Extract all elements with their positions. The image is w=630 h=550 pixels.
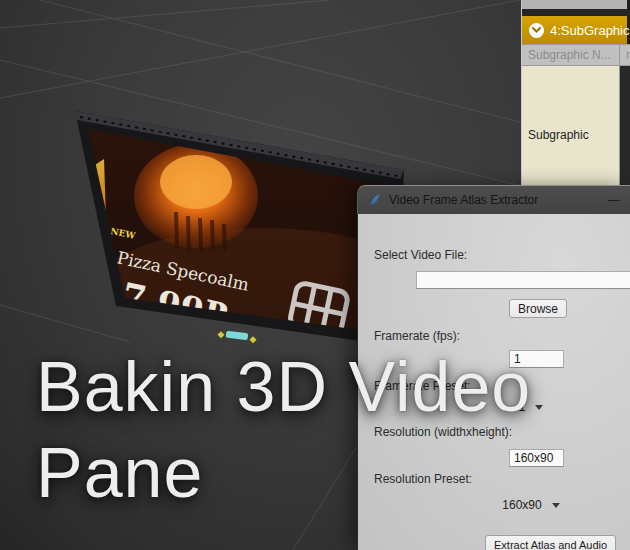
subgraphic-cell[interactable]: Subgraphic — [522, 66, 620, 185]
resolution-input[interactable] — [509, 449, 564, 467]
video-frame-atlas-extractor-dialog: Video Frame Atlas Extractor — Select Vid… — [357, 185, 630, 550]
tk-feather-icon — [369, 193, 382, 207]
minimize-button[interactable]: — — [608, 194, 620, 206]
framerate-preset-label: Framerate Preset: — [374, 379, 471, 393]
resolution-label: Resolution (widthxheight): — [374, 425, 512, 439]
framerate-preset-value: 1 — [519, 400, 526, 414]
scale-gizmo[interactable] — [217, 331, 256, 344]
column-header-next[interactable]: n — [620, 45, 630, 65]
subgraphic-column-header-row: Subgraphic N... n — [522, 44, 630, 66]
subgraphic-preview-cell[interactable] — [620, 66, 630, 185]
dialog-title: Video Frame Atlas Extractor — [389, 193, 608, 207]
resolution-preset-combobox[interactable]: 160x90 — [496, 496, 566, 514]
gizmo-yellow-dot-left[interactable] — [217, 331, 224, 338]
subgraphic-panel-gap — [522, 9, 630, 16]
select-video-file-label: Select Video File: — [374, 248, 467, 262]
framerate-label: Framerate (fps): — [374, 329, 460, 343]
chevron-down-icon[interactable] — [529, 23, 544, 38]
screen-fire-core — [160, 155, 232, 209]
column-header-subgraphic-name[interactable]: Subgraphic N... — [522, 45, 620, 65]
browse-button[interactable]: Browse — [509, 299, 567, 318]
framerate-preset-combobox[interactable]: 1 — [496, 398, 566, 416]
subgraphic-panel: 4:SubGraphic Subgraphic N... n Subgraphi… — [521, 0, 630, 186]
resolution-preset-value: 160x90 — [502, 498, 541, 512]
chevron-down-icon — [535, 405, 543, 410]
gizmo-yellow-dot-right[interactable] — [249, 336, 256, 343]
dialog-body: Select Video File: Browse Framerate (fps… — [357, 214, 630, 550]
chevron-down-icon — [552, 503, 560, 508]
gizmo-cyan-handle[interactable] — [226, 331, 249, 341]
resolution-preset-label: Resolution Preset: — [374, 472, 472, 486]
video-file-path-input[interactable] — [416, 271, 630, 289]
subgraphic-table-body: Subgraphic — [522, 66, 630, 185]
subgraphic-panel-top-strip — [522, 0, 630, 9]
subgraphic-section-header[interactable]: 4:SubGraphic — [522, 16, 630, 44]
extract-atlas-audio-button[interactable]: Extract Atlas and Audio — [485, 535, 616, 550]
subgraphic-header-label: 4:SubGraphic — [550, 23, 630, 38]
bakin-3d-viewport-window: NEW Pizza Specoalm 7.99₽ — [0, 0, 630, 550]
dialog-titlebar[interactable]: Video Frame Atlas Extractor — — [357, 185, 630, 214]
framerate-input[interactable] — [509, 350, 564, 368]
